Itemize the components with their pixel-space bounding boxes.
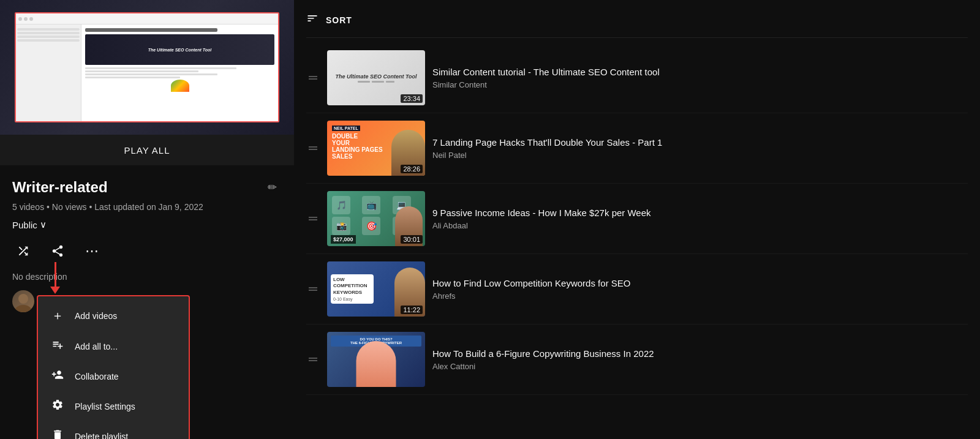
visibility-selector[interactable]: Public ∨ — [12, 219, 282, 230]
playlist-info: Writer-related ✏ 5 videos • No views • L… — [0, 165, 294, 312]
add-videos-item[interactable]: ＋ Add videos — [38, 300, 189, 331]
visibility-label: Public — [12, 220, 37, 230]
video-thumbnail: 🎵 📺 💻 📸 🎯 💰 $27,000 30:01 — [327, 191, 425, 246]
playlist-thumbnail: The Ultimate SEO Content Tool PLAY ALL — [0, 0, 294, 165]
video-info: How To Build a 6-Figure Copywriting Busi… — [432, 348, 968, 372]
delete-playlist-item[interactable]: Delete playlist — [38, 421, 189, 439]
sort-icon — [306, 12, 318, 28]
video-title: 9 Passive Income Ideas - How I Make $27k… — [432, 207, 968, 219]
sort-label: SORT — [326, 15, 352, 25]
table-row[interactable]: NEIL PATEL DOUBLEYOURLANDING PAGESSALES … — [306, 113, 968, 184]
delete-playlist-label: Delete playlist — [75, 432, 128, 440]
red-arrow — [50, 262, 60, 294]
video-duration: 23:34 — [401, 94, 423, 103]
add-to-list-icon — [50, 339, 65, 354]
drag-handle — [306, 287, 320, 291]
share-button[interactable] — [47, 240, 69, 262]
sort-header: SORT — [306, 0, 968, 38]
table-row[interactable]: 🎵 📺 💻 📸 🎯 💰 $27,000 30:01 9 Passive Inco… — [306, 184, 968, 254]
video-info: How to Find Low Competition Keywords for… — [432, 277, 968, 301]
video-title: Similar Content tutorial - The Ultimate … — [432, 66, 968, 78]
video-list: The Ultimate SEO Content Tool 23:34 Simi… — [306, 38, 968, 395]
svg-point-0 — [18, 294, 28, 304]
shuffle-button[interactable] — [12, 240, 34, 262]
video-channel: Alex Cattoni — [432, 362, 968, 371]
video-channel: Neil Patel — [432, 151, 968, 160]
trash-icon — [50, 429, 65, 439]
playlist-settings-item[interactable]: Playlist Settings — [38, 391, 189, 421]
video-channel: Similar Content — [432, 80, 968, 89]
playlist-title-row: Writer-related ✏ — [12, 178, 282, 197]
video-thumbnail: LOWCOMPETITIONKEYWORDS 0-10 Easy 11:22 — [327, 261, 425, 317]
video-thumbnail: NEIL PATEL DOUBLEYOURLANDING PAGESSALES … — [327, 121, 425, 176]
video-duration: 30:01 — [401, 235, 423, 244]
drag-handle — [306, 76, 320, 80]
add-icon: ＋ — [50, 307, 65, 324]
right-panel: SORT The Ultimate SEO Content Tool — [294, 0, 980, 439]
playlist-settings-label: Playlist Settings — [75, 402, 135, 411]
add-all-to-label: Add all to... — [75, 342, 118, 351]
add-all-to-item[interactable]: Add all to... — [38, 331, 189, 361]
svg-point-1 — [15, 305, 32, 312]
left-panel: The Ultimate SEO Content Tool PLAY ALL — [0, 0, 294, 439]
playlist-title: Writer-related — [12, 179, 108, 196]
video-thumbnail: The Ultimate SEO Content Tool 23:34 — [327, 50, 425, 105]
dropdown-menu: ＋ Add videos Add all to... — [37, 295, 190, 439]
video-channel: Ahrefs — [432, 291, 968, 301]
collaborate-icon — [50, 369, 65, 384]
video-duration: 28:26 — [401, 165, 423, 173]
play-all-button[interactable]: PLAY ALL — [0, 135, 294, 165]
more-options-button[interactable]: ⋯ — [81, 240, 103, 262]
collaborate-item[interactable]: Collaborate — [38, 361, 189, 391]
drag-handle — [306, 146, 320, 150]
video-thumbnail: DO YOU DO THIS?THE 6-FIGURE COPYWRITER — [327, 332, 425, 387]
edit-button[interactable]: ✏ — [262, 178, 282, 197]
table-row[interactable]: DO YOU DO THIS?THE 6-FIGURE COPYWRITER H… — [306, 325, 968, 395]
video-duration: 11:22 — [401, 306, 423, 314]
thumbnail-mockup: The Ultimate SEO Content Tool — [15, 12, 279, 122]
collaborate-label: Collaborate — [75, 372, 119, 381]
video-title: How To Build a 6-Figure Copywriting Busi… — [432, 348, 968, 360]
thumbnail-inner: The Ultimate SEO Content Tool — [0, 0, 294, 135]
video-channel: Ali Abdaal — [432, 221, 968, 230]
chevron-down-icon: ∨ — [40, 219, 47, 230]
drag-handle — [306, 358, 320, 361]
video-title: How to Find Low Competition Keywords for… — [432, 277, 968, 290]
drag-handle — [306, 217, 320, 220]
settings-icon — [50, 399, 65, 414]
video-info: 7 Landing Page Hacks That'll Double Your… — [432, 137, 968, 160]
playlist-meta: 5 videos • No views • Last updated on Ja… — [12, 202, 282, 212]
playlist-actions: ⋯ ＋ Add videos Add all to — [12, 240, 282, 262]
video-title: 7 Landing Page Hacks That'll Double Your… — [432, 137, 968, 149]
add-videos-label: Add videos — [75, 311, 117, 321]
video-info: 9 Passive Income Ideas - How I Make $27k… — [432, 207, 968, 231]
table-row[interactable]: The Ultimate SEO Content Tool 23:34 Simi… — [306, 43, 968, 113]
table-row[interactable]: LOWCOMPETITIONKEYWORDS 0-10 Easy 11:22 H… — [306, 254, 968, 325]
avatar — [12, 290, 34, 312]
play-all-label: PLAY ALL — [124, 145, 170, 156]
video-info: Similar Content tutorial - The Ultimate … — [432, 66, 968, 90]
